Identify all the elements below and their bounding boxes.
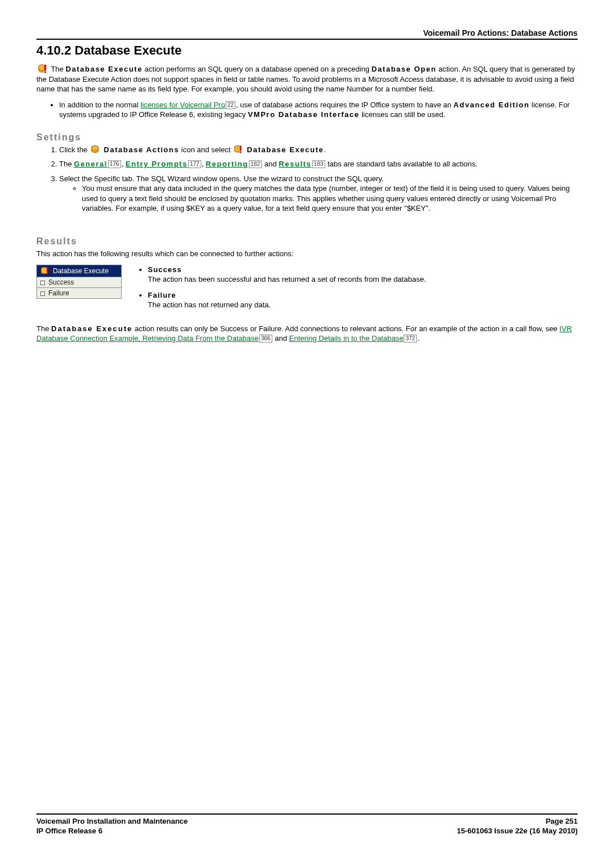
link-entering-details[interactable]: Entering Details in to the Database (289, 334, 404, 343)
page-footer: Voicemail Pro Installation and Maintenan… (36, 813, 578, 836)
settings-steps: Click the Database Actions icon and sele… (36, 145, 578, 214)
action-node-figure: Database Execute Success Failure (36, 265, 122, 299)
result-success: Success The action has been successful a… (148, 265, 578, 285)
svg-rect-8 (47, 267, 48, 272)
results-intro: This action has the following results wh… (36, 249, 578, 259)
node-title-text: Database Execute (53, 267, 109, 275)
settings-heading: Settings (36, 132, 578, 143)
pageref-177: 177 (188, 160, 201, 168)
link-licenses[interactable]: licenses for Voicemail Pro (140, 101, 225, 109)
step-3: Select the Specific tab. The SQL Wizard … (59, 174, 578, 214)
result-failure: Failure The action has not returned any … (148, 290, 578, 310)
header-breadcrumb: Voicemail Pro Actions: Database Actions (36, 28, 578, 37)
footer-page: Page 251 (546, 817, 578, 827)
svg-rect-5 (240, 145, 242, 151)
svg-point-2 (44, 71, 46, 73)
step-2: The General176, Entry Prompts177, Report… (59, 159, 578, 169)
node-pin-success: Success (36, 277, 122, 288)
footer-product: IP Office Release 6 (36, 827, 102, 836)
pageref-22: 22 (226, 101, 235, 109)
footer-doc-title: Voicemail Pro Installation and Maintenan… (36, 817, 188, 827)
step-3-note: You must ensure that any data included i… (82, 183, 578, 214)
page-title: 4.10.2 Database Execute (36, 43, 578, 58)
results-heading: Results (36, 236, 578, 247)
database-actions-icon (90, 145, 99, 154)
link-results[interactable]: Results (279, 160, 311, 168)
results-list: Success The action has been successful a… (136, 265, 578, 316)
link-entry-prompts[interactable]: Entry Prompts (126, 160, 188, 168)
database-execute-icon (40, 266, 49, 276)
license-note: In addition to the normal licenses for V… (59, 100, 578, 120)
pageref-183: 183 (312, 160, 325, 168)
footer-rule (36, 813, 578, 815)
svg-point-6 (240, 151, 242, 153)
link-general[interactable]: General (74, 160, 107, 168)
node-title-bar: Database Execute (36, 265, 122, 277)
database-execute-icon (234, 145, 243, 154)
intro-bullets: In addition to the normal licenses for V… (36, 100, 578, 120)
svg-rect-1 (44, 65, 46, 70)
database-execute-icon (38, 64, 48, 74)
svg-point-9 (47, 273, 48, 274)
node-pin-failure: Failure (36, 288, 122, 299)
step-1: Click the Database Actions icon and sele… (59, 145, 578, 155)
pageref-176: 176 (108, 160, 121, 168)
header-rule (36, 39, 578, 40)
footer-issue: 15-601063 Issue 22e (16 May 2010) (457, 827, 578, 836)
link-reporting[interactable]: Reporting (206, 160, 248, 168)
pageref-182: 182 (249, 160, 262, 168)
results-footnote: The Database Execute action results can … (36, 324, 578, 344)
intro-paragraph: The Database Execute action performs an … (36, 64, 578, 94)
pageref-366: 366 (259, 335, 272, 343)
pageref-372: 372 (404, 335, 417, 343)
